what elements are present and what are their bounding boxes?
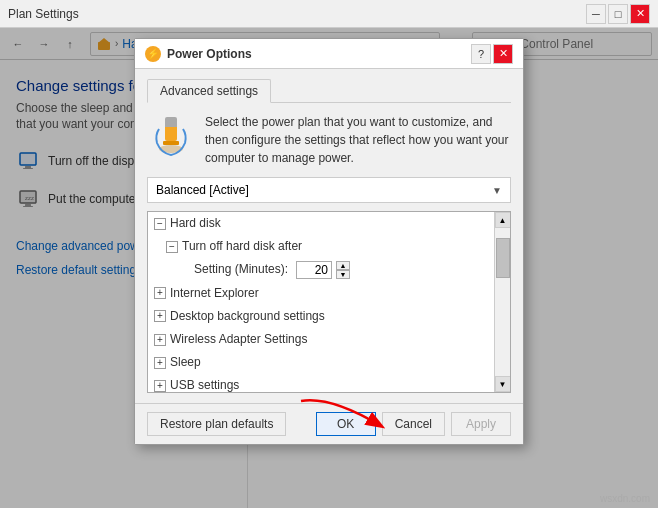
tree-expand-wireless[interactable]: +	[154, 334, 166, 346]
spinner-buttons: ▲ ▼	[336, 261, 350, 279]
info-section: Select the power plan that you want to c…	[147, 113, 511, 167]
minutes-spinner[interactable]: ▲ ▼	[296, 261, 350, 279]
footer-restore: Restore plan defaults	[147, 412, 310, 436]
tree-item-desktop[interactable]: + Desktop background settings	[148, 305, 494, 328]
tree-item-harddisk[interactable]: − Hard disk	[148, 212, 494, 235]
power-icon-large	[147, 113, 195, 164]
tree-item-usb[interactable]: + USB settings	[148, 374, 494, 392]
tree-collapse-turnoff[interactable]: −	[166, 241, 178, 253]
tree-container: − Hard disk − Turn off hard disk after S…	[147, 211, 511, 393]
tree-item-minutes: Setting (Minutes): ▲ ▼	[148, 258, 494, 281]
apply-button[interactable]: Apply	[451, 412, 511, 436]
scrollbar-thumb[interactable]	[496, 238, 510, 278]
modal-titlebar: ⚡ Power Options ? ✕	[135, 39, 523, 69]
restore-plan-defaults-button[interactable]: Restore plan defaults	[147, 412, 286, 436]
modal-overlay: ⚡ Power Options ? ✕ Advanced settings	[0, 28, 658, 508]
scrollbar-down-button[interactable]: ▼	[495, 376, 511, 392]
tree-item-ie[interactable]: + Internet Explorer	[148, 282, 494, 305]
power-options-icon: ⚡	[145, 46, 161, 62]
close-window-button[interactable]: ✕	[630, 4, 650, 24]
tree-item-sleep[interactable]: + Sleep	[148, 351, 494, 374]
cancel-button[interactable]: Cancel	[382, 412, 445, 436]
tree-expand-desktop[interactable]: +	[154, 310, 166, 322]
tab-bar: Advanced settings	[147, 79, 511, 103]
tree-expand-usb[interactable]: +	[154, 380, 166, 392]
spinner-up-button[interactable]: ▲	[336, 261, 350, 270]
tree-item-turnoff[interactable]: − Turn off hard disk after	[148, 235, 494, 258]
tree-expand-sleep[interactable]: +	[154, 357, 166, 369]
tree-scroll[interactable]: − Hard disk − Turn off hard disk after S…	[148, 212, 510, 392]
svg-rect-11	[163, 141, 179, 145]
modal-close-button[interactable]: ✕	[493, 44, 513, 64]
tree-collapse-harddisk[interactable]: −	[154, 218, 166, 230]
dropdown-arrow-icon: ▼	[492, 185, 502, 196]
power-options-dialog: ⚡ Power Options ? ✕ Advanced settings	[134, 38, 524, 445]
modal-help-button[interactable]: ?	[471, 44, 491, 64]
ok-button[interactable]: OK	[316, 412, 376, 436]
tree-item-wireless[interactable]: + Wireless Adapter Settings	[148, 328, 494, 351]
plan-dropdown[interactable]: Balanced [Active] ▼	[147, 177, 511, 203]
title-bar: Plan Settings ─ □ ✕	[0, 0, 658, 28]
minimize-button[interactable]: ─	[586, 4, 606, 24]
spinner-down-button[interactable]: ▼	[336, 270, 350, 279]
info-text: Select the power plan that you want to c…	[205, 113, 511, 167]
window-title: Plan Settings	[8, 7, 586, 21]
tab-advanced-settings[interactable]: Advanced settings	[147, 79, 271, 103]
minutes-input[interactable]	[296, 261, 332, 279]
scrollbar-up-button[interactable]: ▲	[495, 212, 511, 228]
modal-window-controls: ? ✕	[471, 44, 513, 64]
modal-title: Power Options	[167, 47, 465, 61]
maximize-button[interactable]: □	[608, 4, 628, 24]
tree-scrollbar[interactable]: ▲ ▼	[494, 212, 510, 392]
tree-expand-ie[interactable]: +	[154, 287, 166, 299]
scrollbar-track	[495, 228, 510, 376]
modal-body: Advanced settings Select the power plan …	[135, 69, 523, 403]
modal-footer: Restore plan defaults OK Cancel Apply	[135, 403, 523, 444]
dropdown-value: Balanced [Active]	[156, 183, 249, 197]
